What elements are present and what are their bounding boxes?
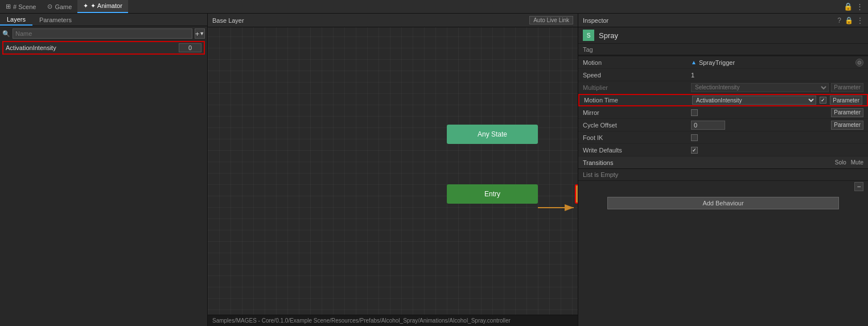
transition-arrow <box>208 14 578 326</box>
motion-circle-btn[interactable]: ⊙ <box>855 59 863 67</box>
inspector-header: Inspector ? 🔒 ⋮ <box>578 14 868 27</box>
tag-field: Tag <box>578 44 868 55</box>
grid-icon: ⊞ <box>6 3 11 10</box>
field-motion: Motion ▲ SprayTrigger ⊙ <box>578 56 868 69</box>
inspector-more-icon[interactable]: ⋮ <box>857 16 863 24</box>
mirror-param-btn[interactable]: Parameter <box>831 108 863 117</box>
multiplier-param-btn[interactable]: Parameter <box>831 83 863 92</box>
multiplier-dropdown[interactable]: SelectionIntensity <box>691 83 829 92</box>
top-bar: ⊞ # Scene ⊙ Game ✦ ✦ Animator 🔒 ⋮ <box>0 0 868 14</box>
add-parameter-button[interactable]: + ▼ <box>195 28 205 39</box>
field-write-defaults: Write Defaults ✓ <box>578 144 868 156</box>
remove-transition-button[interactable]: − <box>854 182 863 191</box>
animator-canvas[interactable]: Base Layer Auto Live Link Any State Entr… <box>208 14 578 326</box>
field-multiplier: Multiplier SelectionIntensity Parameter <box>578 81 868 94</box>
mute-label: Mute <box>851 159 863 166</box>
path-bar: Samples/MAGES - Core/0.1.0/Example Scene… <box>208 315 578 326</box>
tab-scene[interactable]: ⊞ # Scene <box>0 0 42 13</box>
minus-btn-row: − <box>578 181 868 192</box>
inspector-panel: Inspector ? 🔒 ⋮ S Spray Tag Motion ▲ <box>578 14 868 326</box>
field-mirror: Mirror Parameter <box>578 106 868 119</box>
foot-ik-checkbox[interactable] <box>691 134 698 141</box>
state-spray[interactable]: Spray <box>575 184 578 204</box>
main-area: Layers Parameters 🔍 + ▼ ActivationIntens… <box>0 14 868 326</box>
sub-tabs: Layers Parameters <box>0 14 207 26</box>
parameter-value-input[interactable] <box>179 43 201 52</box>
lock-inspector-icon[interactable]: 🔒 <box>845 16 853 24</box>
motion-obj-icon: ▲ <box>691 59 697 65</box>
inspector-fields: Motion ▲ SprayTrigger ⊙ Speed 1 Multipli… <box>578 56 868 326</box>
more-options-icon[interactable]: ⋮ <box>856 2 863 11</box>
motion-time-dropdown[interactable]: ActivationIntensity <box>692 96 816 105</box>
left-panel: Layers Parameters 🔍 + ▼ ActivationIntens… <box>0 14 208 326</box>
tab-animator[interactable]: ✦ ✦ Animator <box>77 0 127 13</box>
object-name: Spray <box>599 31 863 40</box>
animator-icon: ✦ <box>83 2 88 10</box>
inspector-object-row: S Spray <box>578 27 868 44</box>
transitions-label: Transitions <box>583 159 835 166</box>
cycle-offset-input[interactable] <box>691 121 725 130</box>
search-row: 🔍 + ▼ <box>2 28 205 39</box>
field-foot-ik: Foot IK <box>578 131 868 144</box>
add-behaviour-button[interactable]: Add Behaviour <box>607 197 839 209</box>
tab-game[interactable]: ⊙ Game <box>42 0 77 13</box>
cycle-offset-param-btn[interactable]: Parameter <box>831 121 863 130</box>
field-motion-time: Motion Time ActivationIntensity ✓ Parame… <box>578 94 868 106</box>
write-defaults-checkbox[interactable]: ✓ <box>691 147 698 154</box>
mirror-checkbox[interactable] <box>691 109 698 116</box>
state-entry[interactable]: Entry <box>447 184 538 204</box>
parameters-area: 🔍 + ▼ ActivationIntensity <box>0 26 207 326</box>
field-cycle-offset: Cycle Offset Parameter <box>578 119 868 131</box>
motion-time-param-btn[interactable]: Parameter <box>830 96 862 105</box>
solo-label: Solo <box>835 159 846 166</box>
inspector-title: Inspector <box>583 17 834 24</box>
search-icon: 🔍 <box>2 30 10 38</box>
transitions-empty: List is Empty <box>578 169 868 181</box>
field-speed: Speed 1 <box>578 69 868 81</box>
tab-layers[interactable]: Layers <box>0 14 32 26</box>
motion-time-check[interactable]: ✓ <box>820 97 826 104</box>
canvas-toolbar: Base Layer Auto Live Link <box>208 14 578 27</box>
help-icon[interactable]: ? <box>837 16 841 24</box>
parameter-row-activation-intensity[interactable]: ActivationIntensity <box>2 41 205 55</box>
auto-live-link-button[interactable]: Auto Live Link <box>529 16 573 24</box>
spray-object-icon: S <box>583 30 594 41</box>
game-icon: ⊙ <box>47 3 52 10</box>
search-input[interactable] <box>13 28 192 39</box>
tab-parameters[interactable]: Parameters <box>32 14 79 26</box>
transitions-header: Transitions Solo Mute <box>578 156 868 169</box>
state-any-state[interactable]: Any State <box>447 125 538 144</box>
lock-icon[interactable]: 🔒 <box>844 2 853 11</box>
canvas-title: Base Layer <box>212 17 244 24</box>
